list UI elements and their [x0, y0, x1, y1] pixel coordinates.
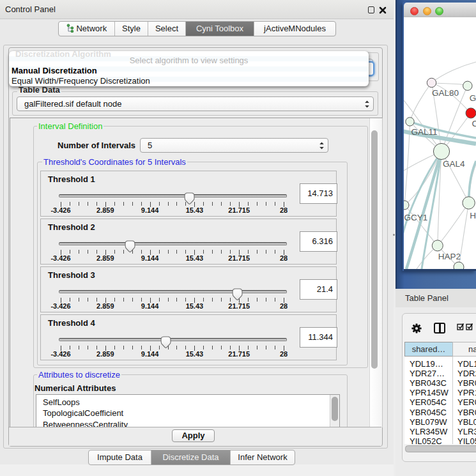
svg-text:HAP2: HAP2 — [438, 252, 461, 261]
svg-text:GAL4: GAL4 — [443, 159, 465, 169]
svg-text:GA: GA — [470, 93, 476, 103]
svg-text:GAL80: GAL80 — [432, 88, 459, 98]
svg-text:H: H — [470, 211, 476, 220]
svg-text:GCY1: GCY1 — [404, 213, 428, 222]
svg-text:C: C — [472, 119, 476, 128]
svg-text:GAL11: GAL11 — [411, 127, 438, 137]
